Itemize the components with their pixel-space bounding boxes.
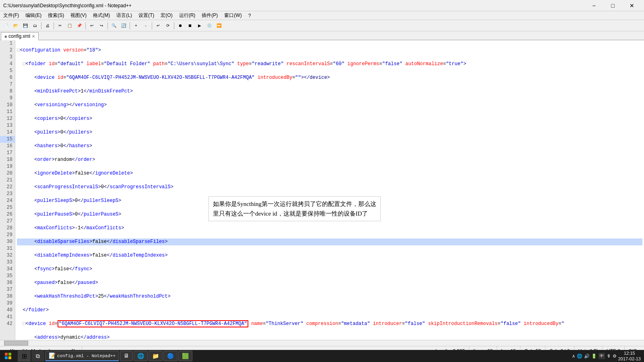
sep6	[152, 22, 152, 29]
annotation-bubble: 如果你是Syncthing第一次运行就拷贝了它的配置文件，那么这 里只有这么一个…	[208, 196, 381, 221]
line-num-40: 40	[0, 307, 15, 314]
tray-icon-3: 🔋	[591, 354, 597, 359]
line-17: <fsync>false</fsync>	[17, 266, 642, 273]
menu-search[interactable]: 搜索(S)	[45, 11, 67, 20]
code-area[interactable]: □<configuration version="18"> □<folder i…	[15, 40, 644, 340]
line-num-2: 2	[0, 47, 15, 54]
menu-plugins[interactable]: 插件(P)	[198, 11, 221, 20]
menu-window[interactable]: 窗口(W)	[221, 11, 245, 20]
line-num-14: 14	[0, 129, 15, 136]
replace-btn[interactable]: 🔄	[119, 21, 128, 30]
taskbar: ⊞ ⧉ 📝 config.xml - Notepad++ 🖥 🌐 📁 🔵 🟩 ∧…	[0, 350, 644, 362]
find-btn[interactable]: 🔍	[109, 21, 118, 30]
tab-close-icon[interactable]: ✕	[32, 34, 35, 39]
save-btn[interactable]: 💾	[21, 21, 30, 30]
line-10: <ignoreDelete>false</ignoreDelete>	[17, 170, 642, 177]
new-btn[interactable]: 📄	[2, 21, 10, 30]
line-num-33: 33	[0, 259, 15, 266]
line-num-41: 41	[0, 314, 15, 321]
app5-icon: 🔵	[167, 353, 174, 360]
line-num-38: 38	[0, 293, 15, 300]
run-macro-btn[interactable]: ⏩	[215, 21, 223, 30]
horizontal-scrollbar[interactable]	[0, 340, 644, 346]
menu-run[interactable]: 运行(R)	[176, 11, 199, 20]
macro-stop-btn[interactable]: ⏹	[186, 21, 194, 30]
line-num-10: 10	[0, 102, 15, 109]
tray-settings: ⚙	[613, 354, 617, 359]
clock[interactable]: 12:15 2017-02-13	[618, 350, 641, 362]
sep5	[130, 22, 130, 29]
windows-icon	[4, 352, 12, 360]
line-numbers: 1 2 3 4 5 6 7 8 9 10 11 12 13 14 15 16 1…	[0, 40, 15, 340]
line-num-12: 12	[0, 115, 15, 122]
toolbar: 📄 📂 💾 🗂 🖨 ✂ 📋 📌 ↩ ↪ 🔍 🔄 + - ↵ ⟳ ⏺ ⏹ ▶ 💿 …	[0, 20, 644, 31]
line-1: □<configuration version="18">	[17, 47, 642, 54]
line-num-11: 11	[0, 109, 15, 115]
system-tray: ∧ 🌐 🔊 🔋 中 🎙 ⚙ 12:15 2017-02-13	[569, 350, 644, 362]
copy-btn[interactable]: 📋	[65, 21, 74, 30]
line-num-9: 9	[0, 95, 15, 102]
menu-format[interactable]: 格式(M)	[90, 11, 113, 20]
zoom-in-btn[interactable]: +	[132, 21, 140, 30]
menu-view[interactable]: 视图(V)	[67, 11, 90, 20]
taskbar-app-6[interactable]: 🟩	[178, 351, 192, 361]
line-19: <weakHashThresholdPct>25</weakHashThresh…	[17, 293, 642, 300]
tab-config-xml[interactable]: ■ config.xml ✕	[1, 32, 39, 40]
tray-expand[interactable]: ∧	[572, 354, 575, 359]
redo-btn[interactable]: ↪	[97, 21, 106, 30]
scrollbar-thumb[interactable]	[4, 341, 28, 346]
sync-btn[interactable]: ⟳	[163, 21, 172, 30]
taskbar-btn-2[interactable]: ⧉	[31, 350, 44, 362]
line-num-3: 3	[0, 54, 15, 61]
taskbar-notepadpp[interactable]: 📝 config.xml - Notepad++	[45, 351, 119, 361]
save-all-btn[interactable]: 🗂	[31, 21, 39, 30]
print-btn[interactable]: 🖨	[43, 21, 52, 30]
wrap-btn[interactable]: ↵	[154, 21, 163, 30]
line-num-27: 27	[0, 218, 15, 225]
start-button[interactable]	[0, 350, 16, 362]
taskbar-app-2[interactable]: 🖥	[120, 351, 133, 361]
line-7: <pullers>0</pullers>	[17, 129, 642, 136]
menu-macro[interactable]: 宏(O)	[157, 11, 175, 20]
line-num-13: 13	[0, 122, 15, 129]
app3-icon: 🌐	[137, 353, 144, 360]
title-bar: C:\Users\sunylat\Desktop\Syncthing\confi…	[0, 0, 644, 11]
line-num-5: 5	[0, 68, 15, 74]
line-14: <maxConflicts>-1</maxConflicts>	[17, 225, 642, 232]
minimize-button[interactable]: −	[585, 0, 603, 11]
line-5: <versioning></versioning>	[17, 102, 642, 109]
zoom-out-btn[interactable]: -	[141, 21, 150, 30]
paste-btn[interactable]: 📌	[75, 21, 84, 30]
undo-btn[interactable]: ↩	[87, 21, 96, 30]
macro-rec-btn[interactable]: ⏺	[176, 21, 185, 30]
menu-settings[interactable]: 设置(T)	[135, 11, 157, 20]
close-button[interactable]: ✕	[623, 0, 641, 11]
tab-bar: ■ config.xml ✕	[0, 31, 644, 40]
taskbar-app-3[interactable]: 🌐	[134, 351, 148, 361]
line-num-16: 16	[0, 143, 15, 150]
taskbar-app-5[interactable]: 🔵	[163, 351, 178, 361]
maximize-button[interactable]: □	[604, 0, 622, 11]
app4-icon: 📁	[152, 353, 159, 360]
open-btn[interactable]: 📂	[11, 21, 20, 30]
line-20: </folder>	[17, 307, 642, 314]
line-18: <paused>false</paused>	[17, 280, 642, 286]
line-num-18: 18	[0, 156, 15, 163]
menu-edit[interactable]: 编辑(E)	[22, 11, 45, 20]
sep2	[54, 22, 54, 29]
menu-language[interactable]: 语言(L)	[113, 11, 135, 20]
menu-file[interactable]: 文件(F)	[0, 11, 22, 20]
app2-icon: 🖥	[124, 353, 129, 359]
line-15: <disableSparseFiles>false</disableSparse…	[17, 239, 642, 245]
macro-play-btn[interactable]: ▶	[195, 21, 204, 30]
macro-save-btn[interactable]: 💿	[205, 21, 214, 30]
annotation-line2: 里只有这么一个device id，这就是要保持唯一性的设备ID了	[213, 209, 376, 218]
sep4	[107, 22, 108, 29]
tray-mic: 🎙	[607, 354, 611, 358]
taskbar-app-4[interactable]: 📁	[149, 351, 163, 361]
cut-btn[interactable]: ✂	[56, 21, 64, 30]
menu-help[interactable]: ?	[245, 12, 254, 19]
window-controls: − □ ✕	[585, 0, 641, 11]
taskbar-btn-1[interactable]: ⊞	[18, 350, 31, 362]
svg-rect-0	[5, 353, 8, 356]
